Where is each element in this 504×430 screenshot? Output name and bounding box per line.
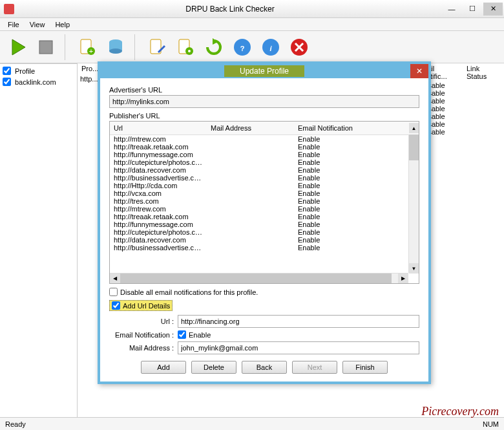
help-button[interactable]: ? [229,34,256,61]
delete-button[interactable]: Delete [191,361,236,374]
pub-header-email-notif[interactable]: Email Notification [294,123,419,133]
watermark: Picrecovery.com [421,405,499,418]
publisher-row[interactable]: http://funnymessage.comEnable [110,151,419,158]
publisher-row[interactable]: http://funnymessage.comEnable [110,220,419,228]
next-button[interactable]: Next [292,361,337,374]
toolbar: + ? i [0,31,504,63]
pub-row-url: http://cutepicture/photos.com [110,228,207,236]
pub-row-mail [207,228,294,236]
pub-row-url: http://Http://cda.com [110,182,207,189]
pub-row-mail [207,174,294,182]
horizontal-scrollbar[interactable]: ◀ ▶ [110,273,408,283]
database-button[interactable] [102,34,129,61]
pub-header-url[interactable]: Url [110,123,207,133]
dialog-title-bar[interactable]: Update Profile ✕ [100,64,428,78]
profile-header-checkbox[interactable] [3,67,11,75]
pub-header-mail[interactable]: Mail Address [207,123,294,133]
profile-item-checkbox[interactable] [3,78,11,86]
add-url-details-checkbox[interactable] [112,301,120,310]
info-button[interactable]: i [257,34,284,61]
form-url-label: Url : [109,317,174,325]
pub-row-enable: Enable [294,182,419,189]
profile-item-label[interactable]: backlink.com [15,78,56,86]
scroll-down-arrow[interactable]: ▼ [409,263,419,274]
pub-row-mail [207,166,294,174]
publisher-row[interactable]: http://treaak.retaak.comEnable [110,213,419,220]
form-url-input[interactable] [178,315,419,328]
scroll-left-arrow[interactable]: ◀ [110,274,120,283]
pub-row-url: http://businessadvertise.com [110,174,207,182]
pub-row-url: http://vcxa.com [110,189,207,197]
pub-row-url: http://treaak.retaak.com [110,143,207,151]
advertiser-url-label: Advertiser's URL [109,86,419,94]
profile-header-label: Profile [15,67,35,75]
bg-row-profile: http... [80,75,98,83]
maximize-button[interactable]: ☐ [463,3,482,16]
svg-point-7 [109,48,122,54]
status-right: NUM [483,420,499,428]
disable-all-checkbox[interactable] [109,288,118,296]
status-bar: Ready NUM [0,417,504,430]
pub-row-mail [207,236,294,244]
publisher-row[interactable]: http://cutepicture/photos.comEnable [110,228,419,236]
refresh-button[interactable] [200,34,227,61]
publisher-row[interactable]: http://businessadvertise.comEnable [110,244,419,252]
minimize-button[interactable]: — [442,3,461,16]
play-button[interactable] [4,34,31,61]
scroll-thumb-v[interactable] [409,134,419,160]
publisher-row[interactable]: http://Http://cda.comEnable [110,182,419,189]
new-profile-button[interactable]: + [74,34,101,61]
app-icon [4,4,14,14]
pub-row-enable: Enable [294,244,419,252]
publisher-row[interactable]: http://tres.comEnable [110,197,419,205]
stop-button[interactable] [32,34,59,61]
publisher-row[interactable]: http://vcxa.comEnable [110,189,419,197]
publisher-row[interactable]: http://data.recover.comEnable [110,166,419,174]
pub-row-mail [207,189,294,197]
edit-profile-button[interactable] [143,34,171,61]
dialog-title: Update Profile [224,65,304,77]
menu-bar: File View Help [0,18,504,31]
form-mail-input[interactable] [178,341,419,354]
svg-text:?: ? [240,45,245,52]
title-bar: DRPU Back Link Checker — ☐ ✕ [0,0,504,18]
pub-row-url: http://businessadvertise.com [110,244,207,252]
pub-row-mail [207,244,294,252]
pub-row-enable: Enable [294,205,419,213]
menu-file[interactable]: File [3,19,25,30]
publisher-row[interactable]: http://mtrew.comEnable [110,205,419,213]
scroll-up-arrow[interactable]: ▲ [409,123,419,133]
update-profile-dialog: Update Profile ✕ Advertiser's URL Publis… [98,61,431,384]
form-enable-checkbox[interactable] [178,330,186,339]
pub-row-enable: Enable [294,158,419,166]
scroll-right-arrow[interactable]: ▶ [398,274,408,283]
advertiser-url-input[interactable] [109,95,419,108]
scroll-thumb-h[interactable] [120,274,392,283]
finish-button[interactable]: Finish [342,361,388,374]
dialog-close-button[interactable]: ✕ [410,64,428,78]
settings-profile-button[interactable] [172,34,199,61]
vertical-scrollbar[interactable]: ▲ ▼ [408,134,419,273]
menu-view[interactable]: View [25,19,50,30]
pub-row-enable: Enable [294,213,419,220]
cancel-action-button[interactable] [286,34,313,61]
pub-row-mail [207,135,294,143]
pub-row-url: http://mtrew.com [110,205,207,213]
pub-row-enable: Enable [294,166,419,174]
window-title: DRPU Back Link Checker [18,5,442,14]
pub-row-mail [207,213,294,220]
publisher-row[interactable]: http://cutepicture/photos.comEnable [110,158,419,166]
back-button[interactable]: Back [242,361,287,374]
publisher-row[interactable]: http://mtrew.comEnable [110,135,419,143]
menu-help[interactable]: Help [50,19,75,30]
close-button[interactable]: ✕ [483,3,503,16]
add-button[interactable]: Add [141,361,186,374]
publisher-row[interactable]: http://data.recover.comEnable [110,236,419,244]
pub-row-mail [207,182,294,189]
publisher-row[interactable]: http://businessadvertise.comEnable [110,174,419,182]
pub-row-enable: Enable [294,236,419,244]
svg-point-12 [188,50,191,52]
publisher-row[interactable]: http://treaak.retaak.comEnable [110,143,419,151]
status-left: Ready [5,420,26,428]
pub-row-enable: Enable [294,197,419,205]
